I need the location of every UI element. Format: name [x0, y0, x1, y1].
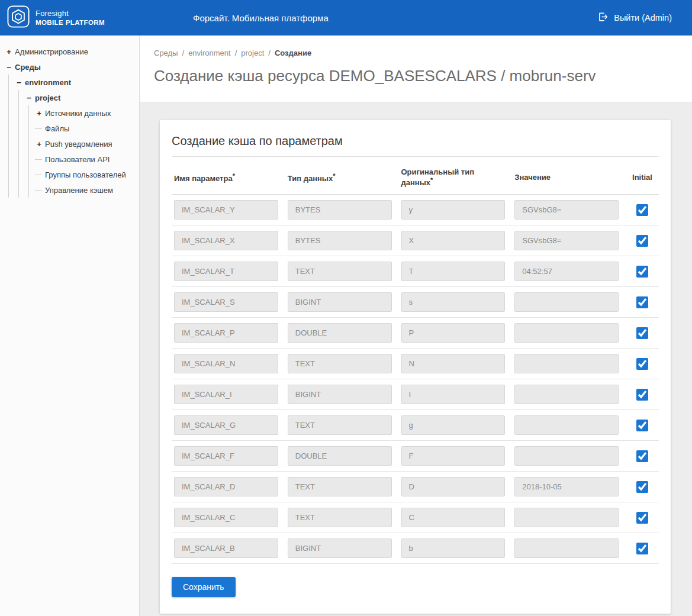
- brand-name: Foresight: [36, 9, 105, 18]
- tree-item-push-notifications[interactable]: + Push уведомления: [35, 136, 136, 151]
- tree-item-environments[interactable]: − Среды: [5, 59, 136, 75]
- initial-checkbox[interactable]: [636, 204, 648, 216]
- original-type-input[interactable]: [401, 477, 506, 496]
- collapse-icon[interactable]: −: [5, 63, 13, 72]
- initial-checkbox[interactable]: [636, 481, 648, 493]
- initial-checkbox[interactable]: [636, 266, 648, 278]
- param-name-input[interactable]: [174, 446, 278, 466]
- initial-checkbox[interactable]: [636, 358, 648, 370]
- param-name-input[interactable]: [174, 200, 278, 220]
- original-type-input[interactable]: [401, 385, 506, 404]
- tree-item-files[interactable]: Файлы: [35, 121, 136, 136]
- data-type-input[interactable]: [288, 262, 392, 281]
- tree-item-label: Управление кэшем: [45, 186, 113, 195]
- breadcrumb-environments[interactable]: Среды: [154, 49, 178, 57]
- original-type-input[interactable]: [401, 538, 506, 558]
- param-name-input[interactable]: [174, 508, 278, 527]
- collapse-icon[interactable]: −: [15, 78, 23, 87]
- sidebar: + Администрирование − Среды − environmen…: [0, 36, 140, 616]
- table-row: [172, 472, 659, 502]
- initial-checkbox[interactable]: [636, 389, 648, 401]
- param-name-input[interactable]: [174, 262, 278, 281]
- expand-icon[interactable]: +: [35, 109, 43, 118]
- data-type-input[interactable]: [288, 538, 392, 558]
- original-type-input[interactable]: [401, 354, 506, 373]
- initial-checkbox[interactable]: [636, 512, 648, 524]
- value-input[interactable]: [514, 292, 619, 312]
- data-type-input[interactable]: [288, 231, 392, 250]
- save-button[interactable]: Сохранить: [172, 577, 236, 597]
- data-type-input[interactable]: [288, 477, 392, 496]
- table-row: [172, 349, 659, 379]
- foresight-logo: [7, 5, 30, 30]
- value-input[interactable]: [514, 262, 619, 281]
- data-type-input[interactable]: [288, 415, 392, 435]
- value-input[interactable]: [514, 508, 619, 527]
- data-type-input[interactable]: [288, 354, 392, 373]
- initial-checkbox[interactable]: [636, 543, 648, 554]
- breadcrumb-environment[interactable]: environment: [188, 49, 231, 57]
- brand-product: MOBILE PLATFORM: [36, 18, 105, 27]
- original-type-input[interactable]: [401, 508, 506, 527]
- param-name-input[interactable]: [174, 477, 278, 496]
- data-type-input[interactable]: [288, 200, 392, 220]
- original-type-input[interactable]: [401, 292, 506, 312]
- card-title: Создание кэша по параметрам: [172, 132, 659, 157]
- param-name-input[interactable]: [174, 354, 278, 373]
- logout-icon: [597, 11, 609, 24]
- tree-item-project[interactable]: − project: [25, 90, 136, 105]
- logout-button[interactable]: Выйти (Admin): [597, 11, 692, 24]
- data-type-input[interactable]: [288, 292, 392, 312]
- table-row: [172, 287, 659, 318]
- tree-item-data-sources[interactable]: + Источники данных: [35, 105, 136, 121]
- tree-item-environment[interactable]: − environment: [15, 75, 136, 90]
- data-type-input[interactable]: [288, 446, 392, 466]
- initial-checkbox[interactable]: [636, 420, 648, 431]
- data-type-input[interactable]: [288, 323, 392, 343]
- param-name-input[interactable]: [174, 385, 278, 404]
- value-input[interactable]: [514, 538, 619, 558]
- original-type-input[interactable]: [401, 200, 506, 220]
- param-name-input[interactable]: [174, 323, 278, 343]
- expand-icon[interactable]: +: [35, 140, 43, 149]
- top-bar: Foresight MOBILE PLATFORM Форсайт. Мобил…: [0, 0, 692, 36]
- param-name-input[interactable]: [174, 292, 278, 312]
- initial-checkbox[interactable]: [636, 235, 648, 247]
- required-asterisk: *: [233, 172, 235, 179]
- original-type-input[interactable]: [401, 323, 506, 343]
- value-input[interactable]: [514, 477, 619, 496]
- initial-checkbox[interactable]: [636, 296, 648, 308]
- expand-icon[interactable]: +: [5, 47, 13, 56]
- breadcrumb-separator: /: [268, 49, 271, 57]
- tree-branch-project: + Источники данных Файлы + Push уведомле…: [28, 105, 136, 198]
- breadcrumb: Среды / environment / project / Создание: [154, 49, 671, 57]
- data-type-input[interactable]: [288, 385, 392, 404]
- value-input[interactable]: [514, 323, 619, 343]
- value-input[interactable]: [514, 354, 619, 373]
- original-type-input[interactable]: [401, 231, 506, 250]
- initial-checkbox[interactable]: [636, 327, 648, 339]
- param-name-input[interactable]: [174, 415, 278, 435]
- breadcrumb-project[interactable]: project: [241, 49, 264, 57]
- column-header-original-type: Оригинальный тип данных*: [401, 167, 506, 187]
- value-input[interactable]: [514, 200, 619, 220]
- value-input[interactable]: [514, 446, 619, 466]
- value-input[interactable]: [514, 415, 619, 435]
- tree-item-administration[interactable]: + Администрирование: [5, 44, 136, 59]
- param-name-input[interactable]: [174, 231, 278, 250]
- tree-item-api-users[interactable]: Пользователи API: [35, 151, 136, 167]
- column-header-value: Значение: [514, 173, 619, 182]
- param-name-input[interactable]: [174, 538, 278, 558]
- value-input[interactable]: [514, 231, 619, 250]
- column-header-data-type: Тип данных*: [288, 172, 392, 183]
- tree-branch-environment: − project + Источники данных Файлы +: [18, 90, 136, 198]
- tree-item-user-groups[interactable]: Группы пользователей: [35, 167, 136, 182]
- tree-item-cache-management[interactable]: Управление кэшем: [35, 182, 136, 198]
- collapse-icon[interactable]: −: [25, 93, 33, 102]
- value-input[interactable]: [514, 385, 619, 404]
- original-type-input[interactable]: [401, 262, 506, 281]
- data-type-input[interactable]: [288, 508, 392, 527]
- original-type-input[interactable]: [401, 446, 506, 466]
- initial-checkbox[interactable]: [636, 450, 648, 462]
- original-type-input[interactable]: [401, 415, 506, 435]
